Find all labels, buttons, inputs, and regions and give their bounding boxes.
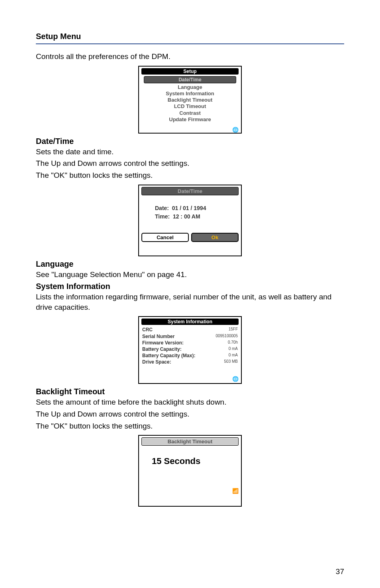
setup-device-screen: Setup Date/Time Language System Informat… xyxy=(138,66,242,134)
globe-icon: 🌐 xyxy=(232,376,239,382)
sys-value: 0.70h xyxy=(228,340,238,346)
language-heading: Language xyxy=(36,260,344,269)
system-info-heading: System Information xyxy=(36,282,344,291)
setup-menu-item[interactable]: Language xyxy=(141,84,239,90)
backlight-line2: The Up and Down arrows control the setti… xyxy=(36,409,344,419)
backlight-titlebar: Backlight Timeout xyxy=(141,437,239,446)
setup-menu-item[interactable]: Update Firmware xyxy=(141,116,239,123)
backlight-device-screen: Backlight Timeout 15 Seconds 📶 xyxy=(138,435,242,507)
setup-titlebar: Setup xyxy=(141,68,239,75)
date-label: Date: xyxy=(155,205,169,211)
backlight-heading: Backlight Timeout xyxy=(36,387,344,396)
sys-row: CRC 15FF xyxy=(141,326,239,333)
setup-menu-item[interactable]: Backlight Timeout xyxy=(141,97,239,103)
sysinfo-device-screen: System Information CRC 15FF Serial Numbe… xyxy=(138,316,242,384)
globe-icon: 🌐 xyxy=(232,127,239,133)
date-time-heading: Date/Time xyxy=(36,137,344,146)
setup-menu-list: Language System Information Backlight Ti… xyxy=(141,83,239,126)
setup-selected-item[interactable]: Date/Time xyxy=(144,76,236,83)
sys-label: CRC xyxy=(142,326,153,333)
time-label: Time: xyxy=(155,213,170,220)
setup-menu-heading: Setup Menu xyxy=(36,32,344,41)
sysinfo-titlebar: System Information xyxy=(141,319,239,325)
sys-label: Battery Capacity: xyxy=(142,346,182,352)
cancel-button[interactable]: Cancel xyxy=(141,233,189,242)
sys-label: Firmware Version: xyxy=(142,340,184,346)
language-text: See "Language Selection Menu" on page 41… xyxy=(36,269,344,280)
datetime-titlebar: Date/Time xyxy=(141,187,239,195)
sys-label: Drive Space: xyxy=(142,359,171,365)
sys-row: Drive Space: 503 MB xyxy=(141,359,239,365)
setup-menu-item[interactable]: System Information xyxy=(141,90,239,97)
date-value[interactable]: 01 / 01 / 1994 xyxy=(172,205,206,211)
sys-value: 0 mA xyxy=(229,346,238,352)
backlight-value[interactable]: 15 Seconds xyxy=(141,452,239,486)
date-time-line2: The Up and Down arrows control the setti… xyxy=(36,158,344,169)
time-value[interactable]: 12 : 00 AM xyxy=(173,213,200,220)
system-info-text: Lists the information regarding firmware… xyxy=(36,292,344,312)
signal-icon: 📶 xyxy=(232,488,239,494)
sys-value: 0095100005 xyxy=(215,333,238,340)
sys-value: 503 MB xyxy=(224,359,238,365)
sys-label: Serial Number xyxy=(142,333,174,340)
ok-button[interactable]: Ok xyxy=(191,233,239,242)
sys-value: 15FF xyxy=(229,326,238,333)
backlight-line1: Sets the amount of time before the backl… xyxy=(36,397,344,407)
sys-row: Serial Number 0095100005 xyxy=(141,333,239,340)
heading-rule xyxy=(36,43,344,44)
date-time-line3: The "OK" button locks the settings. xyxy=(36,170,344,181)
page-number: 37 xyxy=(336,567,344,576)
setup-menu-item[interactable]: Contrast xyxy=(141,110,239,116)
sys-row: Battery Capacity (Max): 0 mA xyxy=(141,352,239,359)
date-time-line1: Sets the date and time. xyxy=(36,147,344,157)
datetime-device-screen: Date/Time Date: 01 / 01 / 1994 Time: 12 … xyxy=(138,185,242,256)
sys-label: Battery Capacity (Max): xyxy=(142,352,195,359)
setup-intro-text: Controls all the preferences of the DPM. xyxy=(36,51,344,62)
sys-value: 0 mA xyxy=(229,352,238,359)
backlight-line3: The "OK" button locks the settings. xyxy=(36,421,344,431)
sys-row: Firmware Version: 0.70h xyxy=(141,340,239,346)
sys-row: Battery Capacity: 0 mA xyxy=(141,346,239,352)
setup-menu-item[interactable]: LCD Timeout xyxy=(141,103,239,110)
